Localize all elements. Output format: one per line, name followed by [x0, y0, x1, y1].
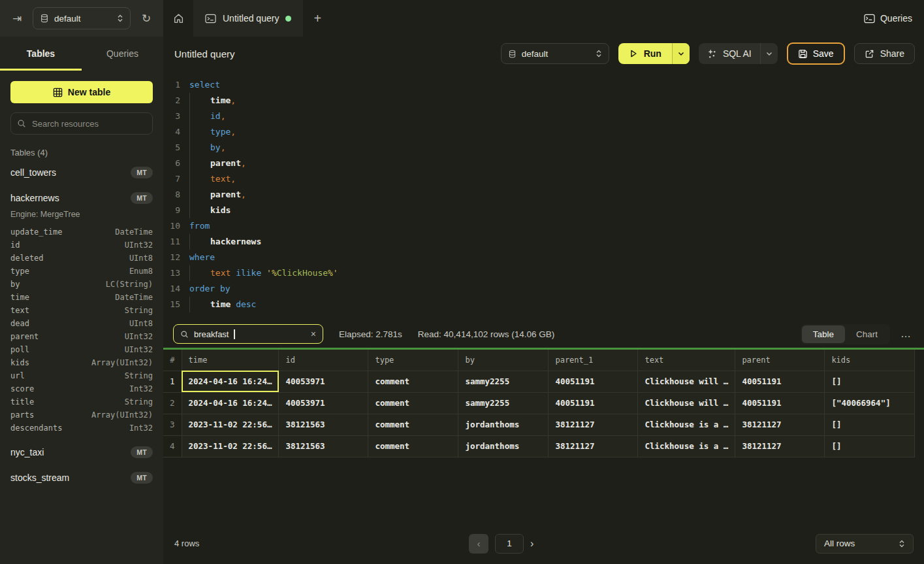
share-button[interactable]: Share — [854, 43, 915, 64]
row-count: 4 rows — [174, 539, 199, 548]
table-cell[interactable]: 38121127 — [549, 435, 638, 457]
table-cell[interactable]: [] — [825, 371, 915, 392]
sql-ai-button[interactable]: SQL AI — [699, 43, 778, 64]
text-cursor — [234, 329, 235, 339]
table-cell[interactable]: comment — [368, 392, 458, 414]
line-number: 14 — [163, 281, 180, 297]
database-selector[interactable]: default — [501, 43, 609, 64]
table-cell[interactable]: comment — [368, 435, 458, 457]
sidebar-table-nyc_taxi[interactable]: nyc_taxiMT — [10, 441, 153, 463]
indent-guide — [189, 140, 210, 156]
table-cell[interactable]: 40051191 — [549, 392, 638, 414]
table-cell[interactable]: [] — [825, 435, 915, 457]
run-options-dropdown[interactable] — [672, 43, 690, 64]
search-icon — [180, 330, 189, 339]
table-cell[interactable]: sammy2255 — [458, 371, 549, 392]
sidebar-table-cell_towers[interactable]: cell_towersMT — [10, 161, 153, 183]
table-cell[interactable]: ["40066964"] — [825, 392, 915, 414]
sql-ai-dropdown[interactable] — [760, 43, 778, 64]
table-cell[interactable]: 2024-04-16 16:24… — [182, 371, 279, 392]
clear-search-button[interactable]: × — [311, 329, 316, 339]
results-search-input[interactable]: breakfast × — [173, 324, 323, 344]
table-row: 22024-04-16 16:24…40053971commentsammy22… — [163, 392, 915, 414]
code-line-1: 1select — [163, 77, 924, 93]
column-header-row-number[interactable]: # — [163, 350, 182, 371]
table-cell[interactable]: sammy2255 — [458, 392, 549, 414]
column-header-text[interactable]: text — [638, 350, 735, 371]
column-type: UInt32 — [125, 345, 153, 354]
line-number: 12 — [163, 250, 180, 265]
table-cell[interactable]: 2023-11-02 22:56… — [182, 414, 279, 435]
column-list: update_timeDateTimeidUInt32deletedUInt8t… — [10, 225, 153, 435]
sidebar-tab-tables[interactable]: Tables — [0, 37, 82, 71]
column-type: UInt32 — [125, 241, 153, 250]
table-cell[interactable]: Clickhouse is a … — [638, 435, 735, 457]
table-cell[interactable]: comment — [368, 414, 458, 435]
database-icon — [40, 14, 49, 23]
table-cell[interactable]: 38121563 — [279, 435, 368, 457]
table-row: 32023-11-02 22:56…38121563commentjordant… — [163, 414, 915, 435]
column-header-parent[interactable]: parent — [735, 350, 825, 371]
new-table-button[interactable]: New table — [10, 81, 153, 103]
database-selector[interactable]: default — [33, 7, 131, 29]
table-cell[interactable]: 40051191 — [549, 371, 638, 392]
view-toggle-table[interactable]: Table — [802, 325, 845, 343]
indent-guide — [189, 265, 210, 281]
home-button[interactable] — [163, 0, 193, 37]
table-cell[interactable]: 38121127 — [735, 435, 825, 457]
queries-button[interactable]: Queries — [864, 0, 912, 37]
line-number: 6 — [163, 156, 180, 171]
column-type: UInt8 — [129, 319, 153, 328]
table-name: nyc_taxi — [10, 447, 44, 457]
chevron-down-icon — [766, 52, 773, 56]
column-header-parent_1[interactable]: parent_1 — [549, 350, 638, 371]
share-label: Share — [880, 48, 904, 59]
next-page-button[interactable]: › — [530, 538, 534, 550]
column-row: typeEnum8 — [10, 265, 153, 278]
run-button[interactable]: Run — [618, 43, 690, 64]
table-cell[interactable]: 38121127 — [735, 414, 825, 435]
column-header-type[interactable]: type — [368, 350, 458, 371]
save-button[interactable]: Save — [787, 42, 845, 65]
new-tab-button[interactable]: + — [303, 0, 332, 37]
current-page-button[interactable]: 1 — [495, 534, 524, 554]
view-toggle-chart[interactable]: Chart — [845, 325, 889, 343]
code-line-14: 14order by — [163, 281, 924, 297]
column-header-kids[interactable]: kids — [825, 350, 915, 371]
column-header-by[interactable]: by — [458, 350, 549, 371]
table-cell[interactable]: 40051191 — [735, 392, 825, 414]
read-stat: Read: 40,414,102 rows (14.06 GB) — [418, 329, 554, 339]
search-resources-input[interactable] — [10, 112, 153, 135]
more-options-button[interactable]: … — [898, 328, 914, 340]
column-header-time[interactable]: time — [182, 350, 279, 371]
column-header-id[interactable]: id — [279, 350, 368, 371]
table-cell[interactable]: jordanthoms — [458, 414, 549, 435]
line-content: order by — [180, 281, 231, 297]
sidebar-table-hackernews[interactable]: hackernewsMT — [10, 187, 153, 208]
table-cell[interactable]: Clickhouse will … — [638, 392, 735, 414]
table-cell[interactable]: 2024-04-16 16:24… — [182, 392, 279, 414]
table-cell[interactable]: jordanthoms — [458, 435, 549, 457]
line-content: text, — [180, 171, 236, 187]
table-cell[interactable]: 40051191 — [735, 371, 825, 392]
sql-editor[interactable]: 1select2time,3id,4type,5by,6parent,7text… — [163, 71, 924, 320]
table-cell[interactable]: 40053971 — [279, 392, 368, 414]
column-row: scoreInt32 — [10, 382, 153, 395]
tab-untitled-query[interactable]: Untitled query — [193, 0, 303, 37]
table-cell[interactable]: comment — [368, 371, 458, 392]
page-size-selector[interactable]: All rows — [816, 534, 914, 554]
table-cell[interactable]: [] — [825, 414, 915, 435]
table-cell[interactable]: 2023-11-02 22:56… — [182, 435, 279, 457]
previous-page-button[interactable]: ‹ — [469, 534, 488, 554]
table-cell[interactable]: 40053971 — [279, 371, 368, 392]
sidebar-collapse-button[interactable]: ⇥ — [8, 9, 26, 27]
sidebar-tab-queries[interactable]: Queries — [82, 37, 163, 71]
table-cell[interactable]: Clickhouse is a … — [638, 414, 735, 435]
refresh-button[interactable]: ↻ — [137, 9, 155, 27]
table-cell[interactable]: 38121563 — [279, 414, 368, 435]
sidebar-table-stocks_stream[interactable]: stocks_streamMT — [10, 467, 153, 488]
table-cell[interactable]: Clickhouse will … — [638, 371, 735, 392]
line-content: time, — [180, 93, 236, 108]
line-content: parent, — [180, 187, 246, 203]
table-cell[interactable]: 38121127 — [549, 414, 638, 435]
